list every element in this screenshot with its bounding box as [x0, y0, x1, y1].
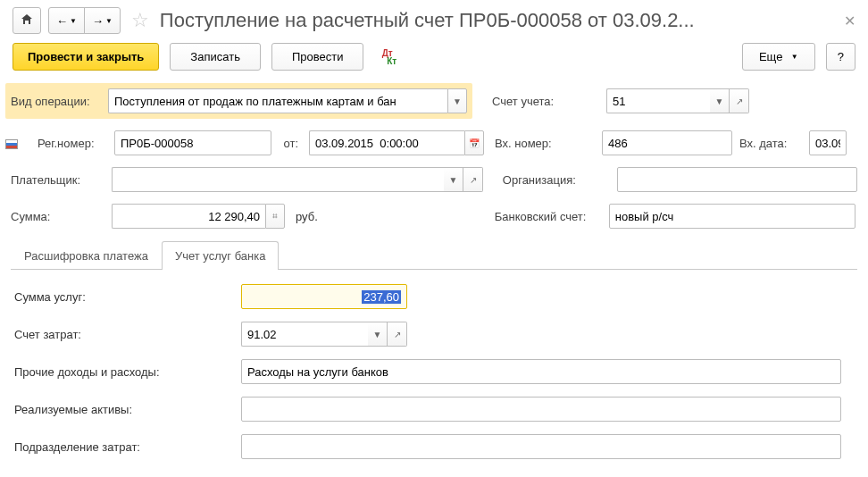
post-and-close-button[interactable]: Провести и закрыть — [13, 43, 159, 71]
tab-payment-detail[interactable]: Расшифровка платежа — [11, 241, 162, 270]
row-service-sum: Сумма услуг: 237,60 — [11, 284, 857, 309]
label-op-type: Вид операции: — [11, 95, 108, 108]
row-cost-acc: Счет затрат: ▼ ↗ — [11, 322, 857, 347]
more-button[interactable]: Еще ▼ — [742, 43, 815, 71]
dtcp-button[interactable]: Дт Кт — [374, 43, 404, 71]
chevron-down-icon: ▼ — [70, 17, 77, 25]
row-other: Прочие доходы и расходы: — [11, 359, 857, 384]
sum-unit: руб. — [296, 210, 318, 223]
op-type-hl: Вид операции: ▼ — [5, 83, 472, 119]
label-account: Счет учета: — [492, 95, 599, 108]
op-type-input[interactable] — [108, 88, 447, 113]
open-icon: ↗ — [394, 330, 401, 339]
chevron-down-icon: ▼ — [453, 96, 462, 106]
sum-input[interactable] — [112, 204, 265, 229]
account-input[interactable] — [606, 88, 710, 113]
account-open[interactable]: ↗ — [730, 88, 749, 113]
date-input[interactable] — [309, 130, 464, 155]
service-sum-input[interactable]: 237,60 — [241, 284, 407, 309]
favorite-star-icon[interactable]: ☆ — [131, 9, 149, 32]
row-op-type: Вид операции: ▼ Счет учета: ▼ ↗ — [11, 83, 857, 119]
forward-button[interactable]: →▼ — [84, 7, 121, 34]
page-title: Поступление на расчетный счет ПР0Б-00005… — [160, 9, 831, 32]
nav-group: ←▼ →▼ — [48, 7, 121, 34]
row-dept: Подразделение затрат: — [11, 434, 857, 459]
label-sum: Сумма: — [11, 210, 104, 223]
chevron-down-icon: ▼ — [449, 175, 458, 185]
account-combo: ▼ ↗ — [606, 88, 749, 113]
calendar-icon: 📅 — [469, 138, 480, 148]
home-icon — [21, 13, 33, 29]
payer-input[interactable] — [112, 167, 444, 192]
form: Вид операции: ▼ Счет учета: ▼ ↗ Рег.номе… — [0, 83, 868, 459]
regno-input[interactable] — [114, 130, 271, 155]
open-icon: ↗ — [470, 175, 477, 185]
flag-wrap — [5, 137, 30, 150]
close-icon[interactable]: ✕ — [844, 13, 855, 29]
sum-calc[interactable]: ⌗ — [265, 204, 285, 229]
payer-combo: ▼ ↗ — [112, 167, 483, 192]
row-sum: Сумма: ⌗ руб. Банковский счет: — [11, 204, 857, 229]
label-assets: Реализуемые активы: — [11, 403, 234, 416]
bank-input[interactable] — [609, 204, 855, 229]
label-from: от: — [279, 137, 302, 150]
save-button[interactable]: Записать — [170, 43, 261, 71]
label-cost-acc: Счет затрат: — [11, 328, 234, 341]
calculator-icon: ⌗ — [272, 211, 278, 222]
title-bar: ←▼ →▼ ☆ Поступление на расчетный счет ПР… — [0, 0, 868, 39]
arrow-right-icon: → — [92, 14, 104, 28]
date-combo: 📅 — [309, 130, 484, 155]
payer-drop[interactable]: ▼ — [444, 167, 463, 192]
label-dept: Подразделение затрат: — [11, 440, 234, 454]
chevron-down-icon: ▼ — [105, 17, 113, 25]
cost-acc-input[interactable] — [241, 322, 368, 347]
toolbar: Провести и закрыть Записать Провести Дт … — [0, 39, 868, 83]
label-bank: Банковский счет: — [495, 210, 602, 223]
org-input[interactable] — [617, 167, 857, 192]
chevron-down-icon: ▼ — [791, 53, 798, 61]
sum-combo: ⌗ — [112, 204, 285, 229]
label-inno: Вх. номер: — [495, 137, 595, 150]
flag-icon — [5, 139, 18, 149]
label-service-sum: Сумма услуг: — [11, 290, 234, 304]
chevron-down-icon: ▼ — [715, 96, 724, 106]
dept-input[interactable] — [241, 434, 841, 459]
label-org: Организация: — [503, 173, 610, 187]
service-sum-value: 237,60 — [362, 290, 401, 304]
back-button[interactable]: ←▼ — [48, 7, 85, 34]
row-regno: Рег.номер: от: 📅 Вх. номер: Вх. дата: — [11, 130, 857, 155]
home-button[interactable] — [13, 7, 41, 34]
row-assets: Реализуемые активы: — [11, 397, 857, 422]
chevron-down-icon: ▼ — [373, 330, 382, 339]
account-drop[interactable]: ▼ — [710, 88, 730, 113]
tab-bank-services[interactable]: Учет услуг банка — [162, 241, 279, 270]
tabs: Расшифровка платежа Учет услуг банка — [11, 240, 857, 270]
arrow-left-icon: ← — [56, 14, 68, 28]
cost-acc-open[interactable]: ↗ — [388, 322, 407, 347]
op-type-combo: ▼ — [108, 88, 467, 113]
other-input[interactable] — [241, 359, 841, 384]
open-icon: ↗ — [736, 96, 743, 106]
label-other: Прочие доходы и расходы: — [11, 365, 234, 379]
label-payer: Плательщик: — [11, 173, 104, 187]
row-payer: Плательщик: ▼ ↗ Организация: — [11, 167, 857, 192]
debit-credit-icon: Дт Кт — [382, 49, 397, 65]
label-regno: Рег.номер: — [38, 137, 107, 150]
date-picker[interactable]: 📅 — [464, 130, 484, 155]
help-button[interactable]: ? — [826, 43, 855, 71]
label-indate: Вх. дата: — [739, 137, 802, 150]
post-button[interactable]: Провести — [271, 43, 364, 71]
cost-acc-drop[interactable]: ▼ — [368, 322, 388, 347]
indate-input[interactable] — [809, 130, 847, 155]
cost-acc-combo: ▼ ↗ — [241, 322, 407, 347]
inno-input[interactable] — [602, 130, 732, 155]
payer-open[interactable]: ↗ — [463, 167, 483, 192]
op-type-drop[interactable]: ▼ — [447, 88, 467, 113]
assets-input[interactable] — [241, 397, 841, 422]
tab-pane-bank-services: Сумма услуг: 237,60 Счет затрат: ▼ ↗ Про… — [11, 284, 857, 459]
